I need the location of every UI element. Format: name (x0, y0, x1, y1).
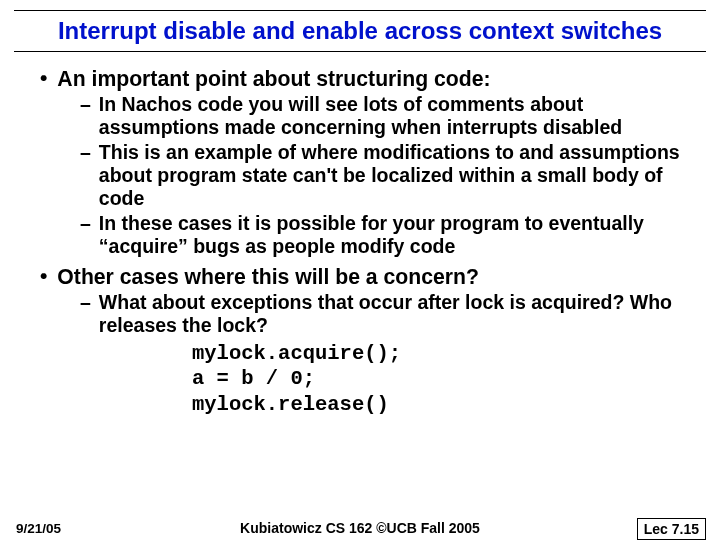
code-line: a = b / 0; (192, 366, 698, 392)
bullet-level2: – In these cases it is possible for your… (80, 212, 698, 258)
bullet-text: An important point about structuring cod… (57, 66, 490, 91)
slide-body: • An important point about structuring c… (0, 52, 720, 418)
bullet-text: What about exceptions that occur after l… (99, 291, 698, 337)
bullet-dash-icon: – (80, 291, 91, 337)
bullet-level2: – In Nachos code you will see lots of co… (80, 93, 698, 139)
bullet-dash-icon: – (80, 141, 91, 210)
footer-center: Kubiatowicz CS 162 ©UCB Fall 2005 (0, 520, 720, 536)
bullet-text: In Nachos code you will see lots of comm… (99, 93, 698, 139)
bullet-text: Other cases where this will be a concern… (57, 264, 479, 289)
bullet-dot-icon: • (40, 66, 47, 91)
slide: Interrupt disable and enable across cont… (0, 10, 720, 540)
bullet-dash-icon: – (80, 212, 91, 258)
bullet-dash-icon: – (80, 93, 91, 139)
bullet-level1: • An important point about structuring c… (40, 66, 698, 91)
footer-lecture-number: Lec 7.15 (637, 518, 706, 540)
bullet-level2: – This is an example of where modificati… (80, 141, 698, 210)
bullet-level1: • Other cases where this will be a conce… (40, 264, 698, 289)
slide-title: Interrupt disable and enable across cont… (18, 17, 702, 45)
code-line: mylock.release() (192, 392, 698, 418)
code-line: mylock.acquire(); (192, 341, 698, 367)
bullet-text: In these cases it is possible for your p… (99, 212, 698, 258)
bullet-text: This is an example of where modification… (99, 141, 698, 210)
title-container: Interrupt disable and enable across cont… (14, 10, 706, 52)
bullet-level2: – What about exceptions that occur after… (80, 291, 698, 337)
code-block: mylock.acquire(); a = b / 0; mylock.rele… (192, 341, 698, 418)
bullet-dot-icon: • (40, 264, 47, 289)
